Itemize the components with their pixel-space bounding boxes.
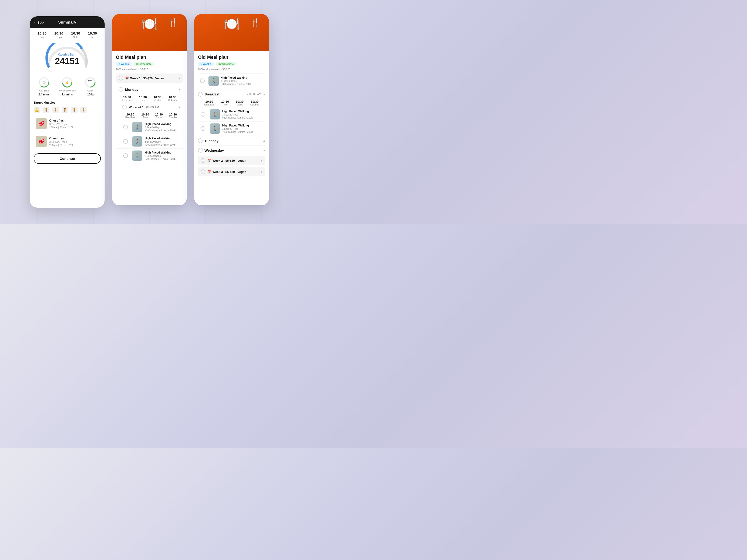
exercise-name-2: Chest flys [49, 136, 74, 140]
muscle-icons-row: 💪 🧍 🧍 🧍 🧍 🧍 [34, 107, 101, 113]
metric-avg-time-val: 2.4 mins [38, 93, 50, 96]
meal-meta: 2000 calories/week • $5-$20 [116, 68, 183, 71]
ex-card-1-info: High Paced Walking 3 Sets/20 Reps ~200 c… [145, 123, 176, 132]
bf-ex-1-detail: ~200 calories • 2 mins • 200lb [222, 116, 253, 119]
ex-card-3-thumb: 🚶 [132, 151, 143, 161]
metric-carbs: 50% Carbs 100g [84, 76, 96, 96]
meal-header-image-3: 🍽️ 🍴 [194, 14, 269, 51]
week-1-text: Week 1 · $5-$20 · Vegan [130, 77, 164, 80]
monday-stat-carbs-val: 10:30 [154, 96, 161, 99]
ex-card-1-check[interactable] [123, 125, 128, 130]
week-1-row[interactable]: 📅 Week 1 · $5-$20 · Vegan ∧ [116, 74, 183, 83]
monday-stat-time: 10:30 Time [139, 96, 147, 102]
tag-level: Intermediate [133, 62, 154, 66]
meal-plan-title-3: Old Meal plan [198, 55, 265, 60]
breakfast-checkbox[interactable] [198, 92, 203, 97]
stat-burn-label: Burn [88, 36, 97, 38]
workout-1-row[interactable]: Workout 1 · 08:00 AM ∧ [116, 103, 183, 111]
tag-weeks: 2 Weeks [116, 62, 132, 66]
week-3-chevron: ∨ [260, 170, 262, 174]
meal-header-image: 🍽️ 🍴 [112, 14, 187, 51]
phone-summary: ← Back Summary 10:30 Time 10:30 Reps 10:… [30, 16, 105, 208]
breakfast-dot: · [247, 92, 248, 96]
meal-meta-3: 2000 calories/week • $5-$20 [198, 68, 265, 71]
continue-button[interactable]: Continue [34, 153, 101, 164]
exercise-detail-1: 200 cal | 30 sec | 20lb [49, 126, 74, 129]
ex-card-3-check[interactable] [123, 153, 128, 158]
tags-row: 2 Weeks Intermediate [116, 62, 183, 66]
monday-row[interactable]: Monday ∧ [116, 85, 183, 94]
top-ex-sets: 3 Sets/20 Reps [221, 80, 251, 82]
monday-stat-calories-val: 10:30 [168, 96, 177, 99]
week-3-checkbox[interactable] [201, 169, 205, 174]
muscle-icon-body2: 🧍 [52, 107, 59, 113]
w-stat-carbs: 10:30 Carbs [155, 113, 163, 119]
bf-ex-1-info: High Paced Walking 3 Sets/20 Reps ~200 c… [222, 110, 253, 119]
ex-card-2-thumb: 🚶 [132, 136, 143, 146]
food-plate-icon-3: 🍽️ [224, 16, 240, 31]
stat-time-label: Time [37, 36, 47, 38]
monday-stat-carbs-label: Carbs [154, 99, 161, 102]
week-2-label: 📅 Week 2 · $5-$20 · Vegan [207, 159, 260, 162]
ex-card-2-check[interactable] [123, 139, 128, 144]
top-ex-info: High Paced Walking 3 Sets/20 Reps ~200 c… [221, 76, 251, 85]
week-1-checkbox[interactable] [119, 76, 123, 80]
top-ex-check[interactable] [200, 78, 205, 83]
target-muscles-title: Target Muscles [34, 101, 101, 104]
tuesday-checkbox[interactable] [198, 138, 203, 143]
exercise-detail-2: 200 cal | 30 sec | 20lb [49, 144, 74, 146]
target-muscles-section: Target Muscles 💪 🧍 🧍 🧍 🧍 🧍 [30, 99, 105, 114]
w-stat-calories: 10:30 Calories [169, 113, 177, 119]
exercise-info-1: Chest flys 3 Sets/20 Reps 200 cal | 30 s… [49, 119, 74, 129]
week-3-row[interactable]: 📅 Week 3 · $5-$20 · Vegan ∨ [198, 167, 265, 177]
muscle-icon-body5: 🧍 [80, 107, 87, 113]
monday-stat-time-label: Time [139, 99, 147, 102]
stat-time: 10:30 Time [37, 31, 47, 38]
monday-stat-exercises-label: Exercises [122, 99, 132, 102]
bf-stat-time: 10:30 Time [221, 100, 229, 106]
breakfast-row[interactable]: Breakfast · 08:00 AM ∧ [198, 90, 265, 99]
week-2-checkbox[interactable] [201, 158, 205, 163]
calories-section: Calories Burn 24151 [30, 41, 105, 74]
monday-stat-exercises: 10:30 Exercises [122, 96, 132, 102]
exercise-thumb-2: 🥩 [36, 136, 47, 147]
bf-ex-1-sets: 3 Sets/20 Reps [222, 113, 253, 116]
calories-value: 24151 [44, 57, 91, 65]
metrics-row: 🕐 Avg Time 2.4 mins 💪 No. of Exercises 2… [30, 74, 105, 99]
breakfast-label: Breakfast [205, 92, 246, 96]
tuesday-label: Tuesday [205, 139, 263, 143]
bf-ex-2-check[interactable] [201, 126, 205, 131]
tuesday-row[interactable]: Tuesday ∧ [198, 136, 265, 145]
svg-text:🕐: 🕐 [43, 81, 46, 84]
breakfast-exercise-cards: 🚶 High Paced Walking 3 Sets/20 Reps ~200… [198, 107, 265, 136]
bf-stat-carbs: 10:30 Carbs [236, 100, 243, 106]
wednesday-checkbox[interactable] [198, 148, 203, 153]
w-stat-exercises: 10:30 Exercises [125, 113, 135, 119]
workout-1-label: Workout 1 · 08:00 AM [129, 105, 178, 109]
ex-card-2-detail: ~200 calories • 2 mins • 200lb [145, 143, 176, 146]
workout-1-checkbox[interactable] [122, 105, 127, 109]
stat-time-value: 10:30 [37, 31, 47, 35]
ex-card-3-info: High Paced Walking 3 Sets/20 Reps ~200 c… [145, 151, 176, 160]
wednesday-row[interactable]: Wednesday ∧ [198, 145, 265, 155]
muscle-icon-body1: 🧍 [43, 107, 50, 113]
monday-checkbox[interactable] [119, 87, 123, 92]
back-button[interactable]: ← Back [34, 21, 44, 24]
monday-stat-time-val: 10:30 [139, 96, 147, 99]
bf-ex-1-check[interactable] [201, 112, 205, 117]
stat-sets-label: Sets [71, 36, 80, 38]
top-ex-thumb: 🚶 [208, 76, 219, 86]
bf-ex-2-name: High Paced Walking [222, 124, 253, 127]
week-1-label: 📅 Week 1 · $5-$20 · Vegan [125, 77, 178, 80]
stat-reps: 10:30 Reps [54, 31, 63, 38]
monday-label: Monday [125, 87, 178, 91]
week-3-label: 📅 Week 3 · $5-$20 · Vegan [207, 170, 260, 174]
ex-card-3-detail: ~200 calories • 2 mins • 200lb [145, 158, 176, 160]
tag-level-3: Intermediate [216, 62, 236, 66]
ex-card-1-sets: 3 Sets/20 Reps [145, 126, 176, 129]
ex-card-1: 🚶 High Paced Walking 3 Sets/20 Reps ~200… [116, 120, 183, 134]
muscle-icon-body3: 🧍 [61, 107, 68, 113]
breakfast-stats-row: 10:30 Exercises 10:30 Time 10:30 Carbs 1… [198, 99, 265, 107]
stat-reps-value: 10:30 [54, 31, 63, 35]
week-2-row[interactable]: 📅 Week 2 · $5-$20 · Vegan ∨ [198, 156, 265, 165]
